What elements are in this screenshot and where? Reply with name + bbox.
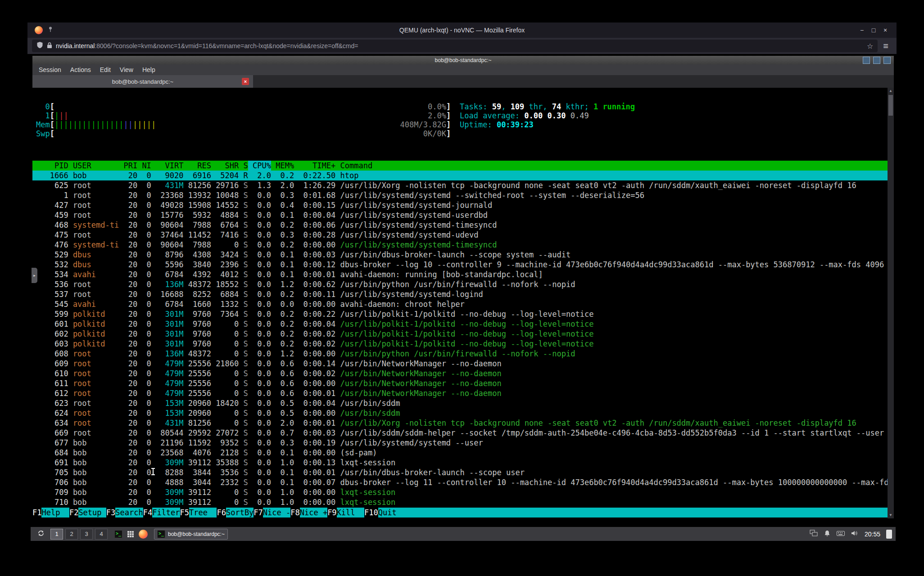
process-row-611[interactable]: 611root200479M255560S0.00.60:00.00/usr/b… <box>32 378 888 388</box>
workspace-button-3[interactable]: 3 <box>80 529 93 540</box>
process-row-476[interactable]: 476systemd-ti2009060479880S0.00.20:00.00… <box>32 240 888 250</box>
terminal-minimize-button[interactable] <box>863 57 870 64</box>
column-header-mem[interactable]: MEM% <box>271 161 294 171</box>
terminal-window: bob@bob-standardpc:~ SessionActionsEditV… <box>32 56 894 518</box>
process-row-468[interactable]: 468systemd-ti2009060479886764S0.00.20:00… <box>32 220 888 230</box>
window-title: QEMU (arch-lxqt) - noVNC — Mozilla Firef… <box>399 27 525 34</box>
novnc-control-handle[interactable]: ▸ <box>32 268 37 283</box>
fnkey-f9[interactable]: F9Kill <box>327 508 364 518</box>
fnkey-f3[interactable]: F3Search <box>106 508 143 518</box>
display-tray-icon[interactable] <box>810 530 818 539</box>
column-header-command[interactable]: Command <box>335 161 888 171</box>
fnkey-f8[interactable]: F8Nice + <box>290 508 327 518</box>
minimize-button[interactable]: − <box>856 27 868 34</box>
terminal-launcher[interactable]: >_ <box>114 530 122 538</box>
process-row-602[interactable]: 602polkitd200301M97600S0.00.20:00.02/usr… <box>32 329 888 339</box>
process-row-623[interactable]: 623root200153M2096018420S0.00.50:00.04/u… <box>32 398 888 408</box>
process-row-612[interactable]: 612root200479M255560S0.00.60:00.01/usr/b… <box>32 388 888 398</box>
fnkey-f1[interactable]: F1Help <box>32 508 69 518</box>
process-row-601[interactable]: 601polkitd200301M97600S0.00.20:00.04/usr… <box>32 319 888 329</box>
mem-meter: Mem[||||||||||||||||||||||408M/3.82G] <box>36 120 451 129</box>
workspace-button-1[interactable]: 1 <box>50 529 63 540</box>
htop-info: Tasks: 59, 109 thr, 74 kthr; 1 running L… <box>460 102 635 129</box>
process-row-634[interactable]: 634root200431M812560S0.02.00:00.01/usr/l… <box>32 418 888 428</box>
process-row-705[interactable]: 705bob200828838443536S0.00.10:00.01/usr/… <box>32 468 888 477</box>
menu-item-view[interactable]: View <box>115 66 138 73</box>
terminal-scrollbar[interactable]: ▲ ▼ <box>888 88 894 518</box>
app-grid-button[interactable] <box>127 531 134 538</box>
column-header-s[interactable]: S <box>239 161 248 171</box>
close-button[interactable]: × <box>879 27 891 34</box>
show-desktop-button[interactable] <box>886 530 892 539</box>
process-row-475[interactable]: 475root20037464114527416S0.00.30:00.28/u… <box>32 230 888 240</box>
column-header-pid[interactable]: PID <box>36 161 68 171</box>
process-row-599[interactable]: 599polkitd200301M97607364S0.00.20:00.22/… <box>32 309 888 319</box>
process-row-624[interactable]: 624root200153M209600S0.00.50:00.00/usr/b… <box>32 408 888 418</box>
process-row-532[interactable]: 532dbus200559638402396S0.00.10:00.12dbus… <box>32 260 888 270</box>
process-row-537[interactable]: 537root2001668882526884S0.00.20:00.11/us… <box>32 289 888 299</box>
fnkey-f4[interactable]: F4Filter <box>143 508 180 518</box>
fnkey-f2[interactable]: F2Setup <box>69 508 106 518</box>
column-header-cpu[interactable]: CPU% <box>248 161 271 171</box>
process-row-677[interactable]: 677bob20021196115929352S0.00.30:00.19/us… <box>32 438 888 448</box>
column-header-virt[interactable]: VIRT <box>151 161 184 171</box>
process-row-625[interactable]: 625root200431M8125629716S1.32.01:26.29/u… <box>32 180 888 190</box>
column-header-res[interactable]: RES <box>184 161 211 171</box>
firefox-launcher[interactable] <box>139 530 148 539</box>
process-row-427[interactable]: 427root200490281590814552S0.00.40:00.15/… <box>32 200 888 210</box>
menu-item-edit[interactable]: Edit <box>95 66 115 73</box>
terminal-tab[interactable]: bob@bob-standardpc:~ × <box>32 75 253 88</box>
process-row-545[interactable]: 545avahi200678416601332S0.00.00:00.00ava… <box>32 299 888 309</box>
process-row-534[interactable]: 534avahi200678443924012S0.00.10:00.01ava… <box>32 270 888 279</box>
process-row-529[interactable]: 529dbus200879643083424S0.00.10:00.03/usr… <box>32 250 888 260</box>
menu-item-help[interactable]: Help <box>138 66 160 73</box>
fnkey-f5[interactable]: F5Tree <box>180 508 217 518</box>
process-row-709[interactable]: 709bob200309M391120S0.01.00:00.00lxqt-se… <box>32 487 888 497</box>
process-row-608[interactable]: 608root200136M483720S0.01.20:00.00/usr/b… <box>32 349 888 359</box>
process-row-459[interactable]: 459root2001577659324884S0.00.10:00.04/us… <box>32 210 888 220</box>
menu-item-session[interactable]: Session <box>34 66 66 73</box>
process-row-1[interactable]: 1root200233681393210048S0.00.30:01.68/us… <box>32 190 888 200</box>
lock-icon[interactable] <box>47 42 52 50</box>
column-header-time[interactable]: TIME+ <box>294 161 335 171</box>
tracking-shield-icon[interactable] <box>36 41 43 50</box>
url-input[interactable]: nvidia.internal:8006/?console=kvm&novnc=… <box>32 40 878 52</box>
process-row-669[interactable]: 669root200805442959227072S0.00.70:00.03/… <box>32 428 888 438</box>
scroll-down-button[interactable]: ▼ <box>888 512 894 518</box>
workspace-switcher-icon[interactable] <box>37 529 45 539</box>
maximize-button[interactable]: □ <box>868 27 879 34</box>
workspace-button-2[interactable]: 2 <box>65 529 78 540</box>
bookmark-star-icon[interactable]: ☆ <box>867 42 873 50</box>
process-row-610[interactable]: 610root200479M255560S0.00.60:00.02/usr/b… <box>32 369 888 378</box>
column-header-shr[interactable]: SHR <box>211 161 239 171</box>
scrollbar-thumb[interactable] <box>888 95 893 116</box>
tab-close-button[interactable]: × <box>242 78 249 85</box>
process-row-603[interactable]: 603polkitd200301M97600S0.00.20:00.02/usr… <box>32 339 888 349</box>
task-button[interactable]: >_ bob@bob-standardpc:~ <box>154 529 228 540</box>
fnkey-f6[interactable]: F6SortBy <box>217 508 254 518</box>
terminal-maximize-button[interactable] <box>873 57 880 64</box>
hamburger-menu-icon[interactable]: ≡ <box>879 41 892 51</box>
fnkey-f7[interactable]: F7Nice - <box>254 508 290 518</box>
volume-icon[interactable] <box>851 530 859 539</box>
process-row-710[interactable]: 710bob200309M391120S0.01.00:00.00lxqt-se… <box>32 497 888 507</box>
menu-item-actions[interactable]: Actions <box>66 66 95 73</box>
process-row-691[interactable]: 691bob200309M3911235388S0.01.00:00.13lxq… <box>32 458 888 468</box>
uptime: Uptime: 00:39:23 <box>460 120 635 129</box>
process-row-1666[interactable]: 1666bob200902069165204R2.00.20:22.50htop <box>32 171 888 180</box>
process-row-536[interactable]: 536root200136M4837218552S0.01.20:00.62/u… <box>32 279 888 289</box>
process-row-706[interactable]: 706bob200488830442332S0.00.10:00.07dbus-… <box>32 477 888 487</box>
fnkey-f10[interactable]: F10Quit <box>364 508 888 518</box>
workspace-button-4[interactable]: 4 <box>95 529 108 540</box>
keyboard-layout-icon[interactable] <box>837 530 845 538</box>
column-header-user[interactable]: USER <box>68 161 119 171</box>
process-row-684[interactable]: 684bob2002356840762128S0.00.10:00.00(sd-… <box>32 448 888 458</box>
column-header-ni[interactable]: NI <box>137 161 151 171</box>
notifications-bell-icon[interactable] <box>824 530 831 539</box>
clock[interactable]: 20:55 <box>865 531 880 538</box>
novnc-page: bob@bob-standardpc:~ SessionActionsEditV… <box>27 54 897 549</box>
scroll-up-button[interactable]: ▲ <box>888 88 894 94</box>
terminal-close-button[interactable] <box>883 57 891 64</box>
column-header-pri[interactable]: PRI <box>119 161 137 171</box>
process-row-609[interactable]: 609root200479M2555621860S0.00.60:00.14/u… <box>32 359 888 369</box>
